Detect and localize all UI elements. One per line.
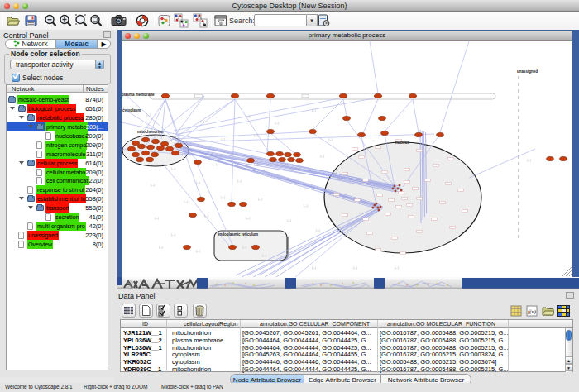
svg-text:(---): (---) [171,167,175,170]
svg-text:(---): (---) [304,204,308,208]
svg-text:(---): (---) [146,113,151,117]
svg-text:(---): (---) [155,217,159,220]
svg-text:(---): (---) [527,159,531,162]
svg-text:(---): (---) [353,266,357,270]
svg-text:(---): (---) [246,217,250,220]
svg-text:(---): (---) [196,250,200,253]
svg-text:(---): (---) [287,219,291,222]
svg-text:(---): (---) [159,246,163,249]
svg-text:(---): (---) [237,179,242,183]
svg-text:(---): (---) [184,200,188,203]
svg-text:(---): (---) [221,196,225,199]
svg-text:(---): (---) [200,120,204,123]
svg-text:(---): (---) [328,138,333,141]
svg-text:(---): (---) [254,134,258,137]
svg-text:(---): (---) [151,184,155,187]
svg-text:plasma membrane: plasma membrane [122,93,155,97]
svg-text:(---): (---) [221,138,225,141]
svg-text:(---): (---) [213,163,217,166]
svg-text:(---): (---) [246,115,250,118]
svg-text:mitochondrion: mitochondrion [137,130,164,134]
svg-text:cytoplasm: cytoplasm [122,108,141,112]
svg-text:(---): (---) [242,246,246,249]
svg-text:(---): (---) [395,266,399,270]
svg-text:(---): (---) [333,171,337,174]
svg-text:(---): (---) [204,214,208,218]
svg-text:nucleus: nucleus [395,141,410,145]
svg-text:(---): (---) [312,109,316,112]
svg-text:(---): (---) [275,122,279,125]
svg-text:(---): (---) [254,163,258,166]
svg-text:endoplasmic reticulum: endoplasmic reticulum [218,232,258,237]
svg-text:(---): (---) [316,229,320,232]
svg-text:(---): (---) [196,181,200,184]
svg-text:(---): (---) [312,266,316,270]
svg-text:(---): (---) [295,167,299,170]
svg-text:(---): (---) [320,155,324,158]
svg-text:unassigned: unassigned [517,69,538,74]
svg-text:(---): (---) [262,254,266,257]
svg-text:f(x): f(x) [528,308,536,315]
svg-text:(---): (---) [171,233,175,237]
svg-text:(---): (---) [258,198,262,201]
